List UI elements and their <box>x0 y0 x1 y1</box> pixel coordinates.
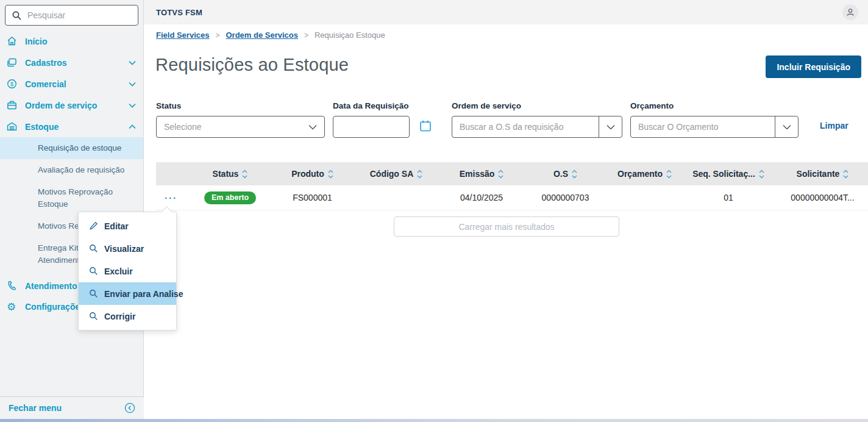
column-header-produto[interactable]: Produto <box>274 169 350 179</box>
budget-filter-label: Orçamento <box>630 101 674 110</box>
warehouse-icon <box>7 121 17 132</box>
sidebar-item-label: Cadastros <box>25 58 121 68</box>
table-header: Status Produto Código SA Emissão O.S Orç… <box>156 162 868 185</box>
sidebar-subitem-avaliacao-de-requisicao[interactable]: Avaliação de requisição <box>0 159 143 181</box>
breadcrumb-separator: > <box>304 31 308 40</box>
sort-icon[interactable] <box>417 170 422 179</box>
briefcase-icon <box>7 100 17 110</box>
phone-icon <box>7 281 17 291</box>
sidebar-item-label: Comercial <box>25 79 121 89</box>
calendar-icon[interactable] <box>419 120 432 135</box>
magnifier-icon <box>89 266 98 276</box>
sidebar-subitem-motivos-reprovacao-estoque[interactable]: Motivos Reprovação Estoque <box>0 181 143 215</box>
column-header-solicitante[interactable]: Solicitante <box>777 169 868 179</box>
search-input[interactable] <box>27 10 138 20</box>
sidebar-item-label: Início <box>25 37 136 46</box>
main-content: Field Services > Ordem de Servicos > Req… <box>144 24 868 419</box>
cell-os: 0000000703 <box>521 193 610 202</box>
sidebar: Início Cadastros $ Comercial <box>0 0 144 419</box>
search-icon <box>12 10 22 21</box>
status-filter-label: Status <box>156 101 181 110</box>
home-icon <box>7 36 17 46</box>
sort-icon[interactable] <box>759 170 764 179</box>
column-header-emissao[interactable]: Emissão <box>442 169 521 179</box>
context-menu-item-excluir[interactable]: Excluir <box>79 260 176 282</box>
cell-status: Em aberto <box>186 191 274 204</box>
row-actions-button[interactable]: ··· <box>156 193 186 203</box>
collapse-menu-label: Fechar menu <box>9 403 62 413</box>
user-avatar[interactable] <box>842 4 858 20</box>
cards-icon <box>7 57 17 68</box>
sidebar-search[interactable] <box>5 5 138 26</box>
context-menu-item-editar[interactable]: Editar <box>79 215 176 237</box>
subitem-label: Avaliação de requisição <box>38 164 124 176</box>
magnifier-icon <box>89 289 98 298</box>
clear-filters-link[interactable]: Limpar <box>820 121 848 131</box>
sidebar-item-comercial[interactable]: $ Comercial <box>0 73 143 95</box>
magnifier-icon <box>89 244 98 253</box>
column-header-codigo-sa[interactable]: Código SA <box>350 169 442 179</box>
collapse-circle-icon <box>124 402 135 413</box>
breadcrumb-field-services[interactable]: Field Services <box>156 30 209 40</box>
breadcrumb-ordem-de-servicos[interactable]: Ordem de Servicos <box>226 30 298 40</box>
budget-search-placeholder: Buscar O Orçamento <box>631 122 775 132</box>
column-header-status[interactable]: Status <box>186 169 274 179</box>
date-input[interactable] <box>333 116 410 138</box>
sidebar-subitem-requisicao-de-estoque[interactable]: Requisição de estoque <box>0 137 143 159</box>
cell-produto: FS000001 <box>274 193 350 202</box>
chevron-down-icon <box>129 82 136 87</box>
app-brand: TOTVS FSM <box>156 8 202 17</box>
status-select[interactable]: Selecione <box>156 116 325 138</box>
sort-icon[interactable] <box>666 170 672 179</box>
person-icon <box>845 7 855 17</box>
incluir-requisicao-button[interactable]: Incluir Requisição <box>766 55 861 78</box>
column-header-orcamento[interactable]: Orçamento <box>610 169 680 179</box>
load-more-button[interactable]: Carregar mais resultados <box>394 216 619 237</box>
budget-search-select[interactable]: Buscar O Orçamento <box>630 116 799 138</box>
chevron-up-icon <box>129 124 136 129</box>
sort-icon[interactable] <box>843 170 848 179</box>
sidebar-item-label: Estoque <box>25 122 121 132</box>
sort-icon[interactable] <box>572 170 577 179</box>
context-menu-item-visualizar[interactable]: Visualizar <box>79 237 176 260</box>
context-menu-item-enviar-para-analise[interactable]: Enviar para Analise <box>79 282 176 305</box>
row-context-menu: Editar Visualizar Excluir <box>78 212 177 331</box>
sort-icon[interactable] <box>498 170 503 179</box>
sidebar-item-estoque[interactable]: Estoque <box>0 116 143 137</box>
breadcrumb-current: Requisiçao Estoque <box>315 30 385 40</box>
horizontal-scrollbar[interactable] <box>0 419 868 422</box>
sidebar-item-inicio[interactable]: Início <box>0 30 143 52</box>
column-header-os[interactable]: O.S <box>521 169 610 179</box>
sort-icon[interactable] <box>242 170 247 179</box>
table-row: ··· Em aberto FS000001 04/10/2025 000000… <box>156 185 868 210</box>
cell-emissao: 04/10/2025 <box>442 193 521 202</box>
pencil-icon <box>89 221 98 231</box>
collapse-menu-button[interactable]: Fechar menu <box>0 396 144 419</box>
status-select-placeholder: Selecione <box>157 122 301 132</box>
context-menu-item-corrigir[interactable]: Corrigir <box>79 305 176 327</box>
sidebar-item-label: Ordem de serviço <box>25 101 121 110</box>
sort-icon[interactable] <box>328 170 333 179</box>
magnifier-icon <box>89 312 98 321</box>
breadcrumb: Field Services > Ordem de Servicos > Req… <box>156 30 385 40</box>
cell-solicitante: 00000000004T... <box>777 193 868 202</box>
sidebar-item-ordem-de-servico[interactable]: Ordem de serviço <box>0 95 143 116</box>
subitem-label: Requisição de estoque <box>38 142 121 154</box>
sidebar-item-cadastros[interactable]: Cadastros <box>0 52 143 73</box>
status-badge: Em aberto <box>204 191 256 204</box>
os-search-select[interactable]: Buscar a O.S da requisição <box>452 116 622 138</box>
subitem-label: Motivos Re <box>38 220 79 232</box>
os-search-placeholder: Buscar a O.S da requisição <box>452 122 599 132</box>
app-window: TOTVS FSM Início <box>0 0 868 422</box>
column-header-seq-solicitacao[interactable]: Seq. Solicitaç... <box>680 169 777 179</box>
subitem-label: Motivos Reprovação Estoque <box>38 186 126 210</box>
chevron-down-icon <box>129 60 136 65</box>
gear-icon: ⚙ <box>7 302 17 312</box>
date-filter-label: Data da Requisição <box>333 101 409 110</box>
dollar-circle-icon: $ <box>7 79 17 89</box>
chevron-down-icon <box>129 103 136 108</box>
page-title: Requisições ao Estoque <box>155 55 349 75</box>
top-bar: TOTVS FSM <box>144 0 868 24</box>
chevron-down-icon <box>301 116 324 137</box>
breadcrumb-separator: > <box>215 31 219 40</box>
